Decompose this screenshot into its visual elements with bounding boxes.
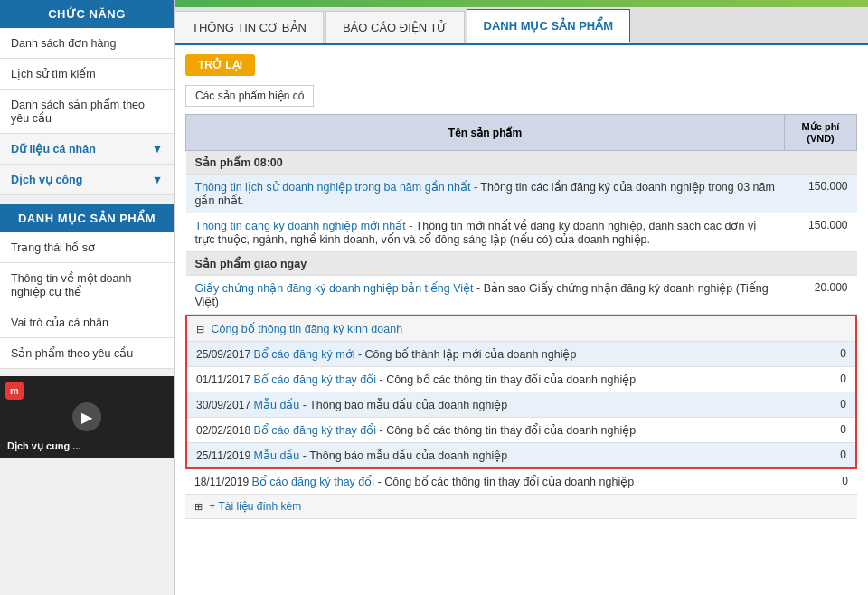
footer-label[interactable]: + Tài liệu đính kèm — [209, 500, 301, 513]
product-desc: - Công bố các thông tin thay đổi của doa… — [378, 476, 635, 488]
sidebar-item-thongtindoanhnghiep[interactable]: Thông tin về một doanh nghiệp cụ thể — [0, 263, 174, 307]
table-row: 25/09/2017 Bổ cáo đăng ký mới - Công bố … — [186, 342, 856, 367]
expand-icon[interactable]: ⊞ — [194, 501, 203, 512]
product-link[interactable]: Mẫu dấu — [254, 399, 300, 411]
price-cell: 0 — [784, 443, 856, 469]
table-row: Thông tin đăng ký doanh nghiệp mới nhất … — [186, 213, 857, 252]
sidebar-item-dulieucanhan[interactable]: Dữ liệu cá nhân ▼ — [0, 134, 174, 165]
top-bar — [175, 0, 868, 7]
sidebar-item-vaitrocanhan[interactable]: Vai trò của cá nhân — [0, 307, 174, 338]
red-group-title[interactable]: Công bố thông tin đăng ký kinh doanh — [211, 323, 402, 335]
product-link[interactable]: Bổ cáo đăng ký thay đổi — [254, 424, 377, 437]
row-date: 01/11/2017 — [196, 373, 250, 386]
price-cell: 0 — [784, 392, 856, 418]
after-red-table: 18/11/2019 Bổ cáo đăng ký thay đổi - Côn… — [185, 469, 857, 519]
row-date: 25/11/2019 — [196, 449, 250, 462]
table-row: 02/02/2018 Bổ cáo đăng ký thay đổi - Côn… — [186, 418, 856, 443]
section-giaongay: Sản phẩm giao ngay — [186, 252, 857, 276]
sidebar-header-chucnang: CHỨC NĂNG — [0, 0, 174, 28]
sidebar-header-danhmuc: DANH MỤC SẢN PHẨM — [0, 204, 174, 232]
product-link[interactable]: Mẫu dấu — [254, 449, 300, 462]
product-link[interactable]: Bổ cáo đăng ký mới — [254, 348, 355, 361]
row-date: 02/02/2018 — [196, 424, 250, 437]
product-desc: - Công bố các thông tin thay đổi của doa… — [380, 424, 637, 437]
tabs-bar: THÔNG TIN CƠ BẢN BÁO CÁO ĐIỆN TỬ DANH MỤ… — [175, 7, 868, 45]
table-row: Thông tin lịch sử doanh nghiệp trong ba … — [186, 175, 857, 213]
sidebar-item-lichsutimkiem[interactable]: Lịch sử tìm kiếm — [0, 59, 174, 90]
product-link[interactable]: Bổ cáo đăng ký thay đổi — [254, 373, 377, 386]
section-08h00: Sản phẩm 08:00 — [186, 151, 857, 175]
sidebar-item-danhsachdonhang[interactable]: Danh sách đơn hàng — [0, 28, 174, 59]
row-date: 18/11/2019 — [194, 476, 249, 488]
price-cell: 0 — [784, 418, 856, 443]
price-cell: 150.000 — [785, 175, 857, 213]
back-button[interactable]: TRỞ LẠI — [185, 54, 255, 76]
chevron-down-icon: ▼ — [152, 143, 163, 156]
sidebar-item-danhsachsanpham[interactable]: Danh sách sản phẩm theo yêu cầu — [0, 90, 174, 134]
play-icon: ▶ — [72, 402, 101, 431]
product-desc: - Công bố thành lập mới của doanh nghiệp — [358, 348, 577, 361]
tab-baocao[interactable]: BÁO CÁO ĐIỆN TỬ — [326, 11, 465, 43]
video-badge: m — [5, 382, 24, 400]
red-group-header-row: ⊟ Công bố thông tin đăng ký kinh doanh — [186, 316, 856, 342]
sidebar-item-dichvucong[interactable]: Dịch vụ công ▼ — [0, 165, 174, 195]
product-link[interactable]: Giấy chứng nhận đăng ký doanh nghiệp bản… — [195, 282, 474, 295]
products-available-label: Các sản phẩm hiện có — [185, 85, 857, 114]
main-content: THÔNG TIN CƠ BẢN BÁO CÁO ĐIỆN TỬ DANH MỤ… — [175, 0, 868, 595]
col-header-name: Tên sản phẩm — [186, 115, 785, 151]
sidebar-item-trangthaihoso[interactable]: Trạng thái hồ sơ — [0, 232, 174, 263]
table-row: 30/09/2017 Mẫu dấu - Thông báo mẫu dấu c… — [186, 392, 856, 418]
price-cell: 150.000 — [785, 213, 857, 252]
row-date: 30/09/2017 — [196, 399, 250, 411]
price-cell: 20.000 — [785, 276, 857, 315]
footer-row: ⊞ + Tài liệu đính kèm — [185, 495, 857, 519]
price-cell: 0 — [784, 342, 856, 367]
sidebar-video[interactable]: m ▶ Dịch vụ cung ... — [0, 376, 174, 458]
product-desc: - Công bố các thông tin thay đổi của doa… — [380, 373, 637, 386]
price-cell: 0 — [784, 367, 856, 392]
table-row: 01/11/2017 Bổ cáo đăng ký thay đổi - Côn… — [186, 367, 856, 392]
red-group-table: ⊟ Công bố thông tin đăng ký kinh doanh 2… — [185, 315, 857, 469]
product-desc: - Thông báo mẫu dấu của doanh nghiệp — [303, 449, 507, 462]
video-label: Dịch vụ cung ... — [7, 440, 81, 452]
product-link[interactable]: Thông tin đăng ký doanh nghiệp mới nhất — [195, 220, 406, 232]
product-desc: - Thông báo mẫu dấu của doanh nghiệp — [303, 399, 507, 411]
table-row: 25/11/2019 Mẫu dấu - Thông báo mẫu dấu c… — [186, 443, 856, 469]
row-date: 25/09/2017 — [196, 348, 250, 361]
product-link[interactable]: Bổ cáo đăng ký thay đổi — [252, 476, 375, 488]
price-cell: 0 — [785, 469, 857, 495]
product-link[interactable]: Thông tin lịch sử doanh nghiệp trong ba … — [195, 181, 471, 194]
table-row: 18/11/2019 Bổ cáo đăng ký thay đổi - Côn… — [185, 469, 857, 495]
table-row: Giấy chứng nhận đăng ký doanh nghiệp bản… — [186, 276, 857, 315]
product-table: Tên sản phẩm Mức phí (VND) Sản phẩm 08:0… — [185, 114, 857, 315]
col-header-price: Mức phí (VND) — [785, 115, 857, 151]
content-area: TRỞ LẠI Các sản phẩm hiện có Tên sản phẩ… — [175, 45, 868, 595]
tab-danhmuc[interactable]: DANH MỤC SẢN PHẨM — [467, 9, 631, 43]
tab-thongtin[interactable]: THÔNG TIN CƠ BẢN — [175, 11, 324, 43]
chevron-down-icon: ▼ — [152, 174, 163, 186]
sidebar: CHỨC NĂNG Danh sách đơn hàng Lịch sử tìm… — [0, 0, 175, 595]
collapse-icon[interactable]: ⊟ — [196, 324, 204, 335]
sidebar-item-sanphamtheoyeucau[interactable]: Sản phẩm theo yêu cầu — [0, 338, 174, 369]
